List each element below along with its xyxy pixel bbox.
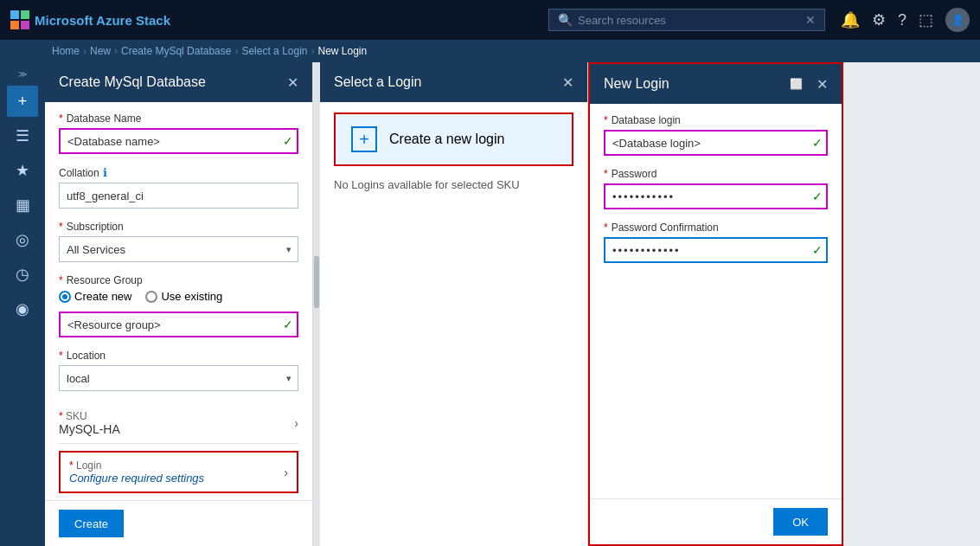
breadcrumb: Home › New › Create MySql Database › Sel…: [0, 40, 980, 62]
subscription-select[interactable]: All Services: [59, 236, 298, 262]
collation-input-wrap: [59, 183, 298, 209]
panel2-close-btn[interactable]: ✕: [562, 74, 573, 91]
panel2-body: + Create a new login No Logins available…: [320, 102, 587, 546]
resource-group-field: * Resource Group Create new Use existing: [59, 274, 298, 337]
rg-create-new-radio[interactable]: [59, 291, 71, 303]
breadcrumb-new[interactable]: New: [90, 45, 111, 57]
svg-rect-1: [21, 10, 29, 19]
avatar[interactable]: 👤: [945, 8, 970, 32]
password-check-icon: ✓: [812, 189, 823, 203]
password-confirm-check-icon: ✓: [812, 243, 823, 257]
db-login-input-wrap: ✓: [604, 130, 828, 156]
rg-use-existing-radio[interactable]: [145, 291, 157, 303]
search-input[interactable]: [578, 14, 800, 27]
database-name-check-icon: ✓: [283, 134, 293, 148]
panel3-header: New Login ⬜ ✕: [590, 64, 842, 104]
gear-icon[interactable]: ⚙: [872, 10, 886, 29]
resource-group-radio-group: Create new Use existing: [59, 290, 298, 303]
database-name-input-wrap: ✓: [59, 128, 298, 154]
sidebar-expand-btn[interactable]: ≫: [18, 69, 27, 79]
breadcrumb-select-login[interactable]: Select a Login: [241, 45, 307, 57]
password-input[interactable]: [604, 183, 828, 209]
sidebar-profile-btn[interactable]: ◉: [7, 293, 38, 324]
login-arrow-icon: ›: [284, 466, 288, 479]
app-logo: Microsoft Azure Stack: [10, 10, 541, 29]
svg-rect-0: [10, 10, 19, 19]
panel-select-login: Select a Login ✕ + Create a new login No…: [320, 62, 588, 546]
panel-create-mysql: Create MySql Database ✕ * Database Name …: [45, 62, 313, 546]
app-title: Microsoft Azure Stack: [35, 13, 170, 28]
content-area: Create MySql Database ✕ * Database Name …: [45, 62, 980, 546]
sku-label: * SKU: [59, 410, 120, 422]
sidebar-history-btn[interactable]: ◷: [7, 259, 38, 290]
collation-label: Collation ℹ: [59, 166, 298, 179]
panel2-header: Select a Login ✕: [320, 62, 587, 102]
svg-rect-2: [10, 21, 19, 29]
panel-new-login: New Login ⬜ ✕ * Database login ✓: [588, 62, 843, 546]
create-new-login-btn[interactable]: + Create a new login: [334, 112, 573, 166]
subscription-label: * Subscription: [59, 221, 298, 233]
collation-input[interactable]: [59, 183, 298, 209]
help-icon[interactable]: ?: [898, 11, 906, 29]
location-field: * Location local ▾: [59, 350, 298, 391]
sidebar-dashboard-btn[interactable]: ▦: [7, 189, 38, 221]
password-confirm-input-wrap: ✓: [604, 237, 828, 263]
search-clear-icon[interactable]: ✕: [805, 13, 816, 27]
subscription-field: * Subscription All Services ▾: [59, 221, 298, 262]
breadcrumb-create-mysql[interactable]: Create MySql Database: [121, 45, 231, 57]
create-login-label: Create a new login: [389, 132, 504, 147]
db-login-input[interactable]: [604, 130, 828, 156]
nav-icons: 🔔 ⚙ ? ⬚ 👤: [841, 8, 970, 32]
panel3-close-btn[interactable]: ✕: [817, 76, 828, 93]
sku-info: * SKU MySQL-HA: [59, 410, 120, 436]
panel3-maximize-btn[interactable]: ⬜: [790, 78, 803, 90]
sku-row[interactable]: * SKU MySQL-HA ›: [59, 403, 298, 444]
svg-rect-3: [21, 21, 29, 29]
panel1-title: Create MySql Database: [59, 74, 206, 90]
sidebar-create-btn[interactable]: +: [7, 86, 38, 117]
database-name-input[interactable]: [59, 128, 298, 154]
no-logins-text: No Logins available for selected SKU: [334, 178, 573, 191]
rg-create-new-option[interactable]: Create new: [59, 290, 131, 303]
search-bar[interactable]: 🔍 ✕: [548, 9, 825, 31]
sidebar-favorites-btn[interactable]: ★: [7, 155, 38, 186]
main-layout: ≫ + ☰ ★ ▦ ◎ ◷ ◉ Create MySql Database ✕ …: [0, 62, 980, 546]
rg-input-wrap: ✓: [59, 312, 298, 337]
login-row[interactable]: * Login Configure required settings ›: [59, 451, 298, 493]
location-select[interactable]: local: [59, 365, 298, 391]
panel1-scrollbar[interactable]: [313, 62, 320, 546]
password-field: * Password ✓: [604, 168, 828, 209]
password-confirm-field: * Password Confirmation ✓: [604, 222, 828, 263]
panel1-body: * Database Name ✓ Collation ℹ: [45, 102, 312, 500]
collation-info-icon[interactable]: ℹ: [103, 166, 107, 179]
resource-group-label: * Resource Group: [59, 274, 298, 286]
panel1-scrollbar-thumb[interactable]: [314, 256, 319, 308]
panel1-footer: Create: [45, 500, 312, 546]
db-login-field: * Database login ✓: [604, 114, 828, 156]
panel2-title: Select a Login: [334, 74, 421, 90]
breadcrumb-home[interactable]: Home: [52, 45, 80, 57]
login-sublabel: Configure required settings: [69, 472, 204, 485]
download-icon[interactable]: ⬚: [919, 10, 933, 29]
password-confirm-input[interactable]: [604, 237, 828, 263]
login-label: * Login: [69, 459, 204, 472]
sidebar-menu-btn[interactable]: ☰: [7, 120, 38, 151]
database-name-field: * Database Name ✓: [59, 112, 298, 154]
panel3-body: * Database login ✓ * Password: [590, 104, 842, 498]
rg-use-existing-option[interactable]: Use existing: [145, 290, 222, 303]
panel1-close-btn[interactable]: ✕: [287, 74, 298, 91]
bell-icon[interactable]: 🔔: [841, 10, 860, 29]
rg-check-icon: ✓: [283, 318, 293, 331]
sidebar: ≫ + ☰ ★ ▦ ◎ ◷ ◉: [0, 62, 45, 546]
db-login-label: * Database login: [604, 114, 828, 126]
create-button[interactable]: Create: [59, 510, 124, 537]
breadcrumb-new-login: New Login: [318, 45, 368, 57]
subscription-select-wrap: All Services ▾: [59, 236, 298, 262]
panel3-footer: OK: [590, 498, 842, 544]
ok-button[interactable]: OK: [773, 508, 828, 536]
rg-input[interactable]: [59, 312, 298, 337]
sidebar-monitor-btn[interactable]: ◎: [7, 224, 38, 255]
login-row-content: * Login Configure required settings: [69, 459, 204, 485]
location-select-wrap: local ▾: [59, 365, 298, 391]
db-login-check-icon: ✓: [812, 136, 823, 150]
